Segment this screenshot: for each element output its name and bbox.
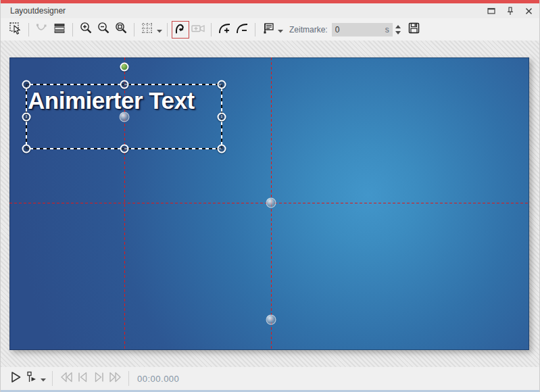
- toolbar-separator: [28, 23, 29, 36]
- dropdown-caret-icon: [157, 24, 162, 36]
- toolbar: Zeitmarke: s: [1, 18, 539, 41]
- resize-handle-middle-right[interactable]: [218, 112, 226, 121]
- dropdown-caret-icon: [278, 24, 283, 36]
- dropdown-caret-icon: [41, 372, 46, 385]
- resize-handle-middle-left[interactable]: [22, 112, 31, 121]
- rotation-handle[interactable]: [120, 63, 128, 72]
- smooth-path-icon: [35, 22, 49, 38]
- camera-icon: [191, 22, 206, 38]
- zeitmarke-field: s: [332, 23, 393, 36]
- resize-handle-bottom-right[interactable]: [218, 145, 226, 153]
- play-from-marker-icon: [26, 371, 38, 386]
- curve-add-icon: [218, 22, 232, 38]
- spinner-down[interactable]: [395, 30, 401, 34]
- resize-handle-bottom-left[interactable]: [22, 145, 31, 153]
- restore-icon[interactable]: [487, 7, 495, 15]
- text-element-content[interactable]: Animierter Text: [28, 87, 195, 114]
- resize-handle-bottom-center[interactable]: [120, 145, 128, 153]
- grid-dropdown[interactable]: [156, 24, 163, 36]
- playbar-separator: [128, 371, 129, 386]
- skip-start-icon: [77, 372, 89, 385]
- zeitmarke-input[interactable]: [335, 25, 385, 34]
- resize-handle-top-right[interactable]: [218, 80, 226, 89]
- text-element[interactable]: Animierter Text: [26, 84, 222, 149]
- select-tool-button[interactable]: [7, 21, 24, 39]
- design-canvas[interactable]: Animierter Text: [9, 57, 529, 350]
- toolbar-separator: [72, 23, 73, 36]
- fast-forward-button[interactable]: [107, 370, 123, 387]
- path-point-handle[interactable]: [266, 315, 276, 325]
- toolbar-separator: [211, 23, 212, 36]
- zeitmarke-label: Zeitmarke:: [289, 25, 328, 34]
- zoom-fit-button[interactable]: [112, 21, 130, 39]
- label-flag-icon: [262, 22, 275, 38]
- toolbar-separator: [167, 23, 168, 36]
- save-button[interactable]: [406, 21, 423, 39]
- zoom-out-button[interactable]: [95, 21, 112, 39]
- time-display: 00:00.000: [137, 374, 179, 384]
- window-controls: [487, 7, 533, 16]
- rewind-icon: [60, 372, 73, 385]
- play-icon: [10, 371, 22, 386]
- zoom-in-button[interactable]: [77, 21, 95, 39]
- workspace: Animierter Text: [1, 41, 539, 367]
- zoom-fit-icon: [114, 21, 128, 38]
- skip-start-button[interactable]: [74, 370, 91, 387]
- layer-bars-icon: [53, 22, 66, 38]
- save-icon: [408, 22, 420, 37]
- zoom-in-icon: [79, 21, 93, 38]
- rewind-button[interactable]: [58, 370, 74, 387]
- toolbar-separator: [255, 23, 255, 36]
- play-button[interactable]: [7, 370, 24, 387]
- camera-button[interactable]: [189, 21, 207, 39]
- spinner-up[interactable]: [395, 24, 401, 28]
- layoutdesigner-window: Layoutdesigner: [0, 0, 540, 392]
- grid-button[interactable]: [139, 21, 156, 39]
- fast-forward-icon: [109, 372, 122, 385]
- resize-handle-top-left[interactable]: [22, 80, 31, 89]
- pin-icon[interactable]: [506, 7, 514, 16]
- motion-path-icon: [174, 22, 187, 38]
- resize-handle-top-center[interactable]: [120, 80, 128, 89]
- playbar-separator: [52, 371, 53, 386]
- canvas-center-handle[interactable]: [266, 198, 276, 208]
- skip-end-icon: [93, 372, 105, 385]
- label-flag-dropdown[interactable]: [277, 24, 284, 36]
- skip-end-button[interactable]: [91, 370, 107, 387]
- toolbar-separator: [134, 23, 134, 36]
- curve-remove-button[interactable]: [233, 21, 251, 39]
- play-from-marker-button[interactable]: [24, 370, 40, 387]
- grid-icon: [141, 22, 154, 38]
- label-flag-button[interactable]: [260, 21, 277, 39]
- curve-remove-icon: [235, 22, 249, 38]
- motion-path-button[interactable]: [172, 21, 189, 39]
- zoom-out-icon: [97, 21, 111, 38]
- playback-bar: 00:00.000: [1, 367, 539, 390]
- zeitmarke-spinner: [395, 24, 401, 34]
- zeitmarke-unit: s: [385, 25, 389, 34]
- element-center-handle[interactable]: [119, 112, 129, 122]
- layer-bars-button[interactable]: [51, 21, 68, 39]
- select-tool-icon: [9, 22, 22, 38]
- close-icon[interactable]: [525, 7, 533, 15]
- smooth-path-button[interactable]: [33, 21, 51, 39]
- curve-add-button[interactable]: [216, 21, 233, 39]
- window-title: Layoutdesigner: [10, 6, 487, 16]
- play-options-dropdown[interactable]: [40, 372, 47, 385]
- titlebar: Layoutdesigner: [1, 3, 539, 18]
